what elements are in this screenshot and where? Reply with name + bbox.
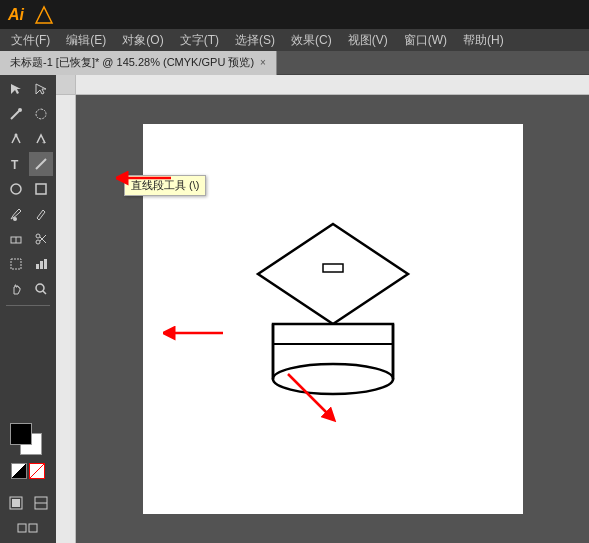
tool-row-eraser [0, 227, 56, 251]
tool-row-pen: + [0, 127, 56, 151]
menu-item-h[interactable]: 帮助(H) [456, 30, 511, 51]
tool-row-brush [0, 202, 56, 226]
zoom-tool[interactable] [29, 277, 53, 301]
extra-tool-3[interactable] [16, 516, 40, 540]
menu-item-e[interactable]: 编辑(E) [59, 30, 113, 51]
ruler-h-ticks [76, 75, 589, 95]
direct-selection-tool[interactable] [29, 77, 53, 101]
tab-close-button[interactable]: × [260, 57, 266, 68]
tool-row-magic [0, 102, 56, 126]
svg-point-13 [36, 234, 40, 238]
svg-text:T: T [11, 158, 19, 171]
line-segment-tool[interactable] [29, 152, 53, 176]
svg-point-2 [18, 108, 22, 112]
eraser-tool[interactable] [4, 227, 28, 251]
svg-point-3 [14, 134, 17, 137]
pencil-tool[interactable] [29, 202, 53, 226]
svg-point-9 [13, 217, 17, 221]
svg-line-6 [36, 159, 46, 169]
menu-item-s[interactable]: 选择(S) [228, 30, 282, 51]
add-anchor-tool[interactable]: + [29, 127, 53, 151]
color-icon-row [11, 463, 45, 479]
magic-wand-tool[interactable] [4, 102, 28, 126]
menu-item-o[interactable]: 对象(O) [115, 30, 170, 51]
tooltip-text: 直线段工具 (\) [131, 179, 199, 191]
svg-text:+: + [42, 139, 46, 146]
svg-point-7 [11, 184, 21, 194]
toolbar: + T [0, 75, 56, 543]
illustration-svg [233, 209, 433, 429]
selection-tool[interactable] [4, 77, 28, 101]
svg-rect-24 [12, 499, 20, 507]
ai-logo: Ai [8, 6, 24, 24]
menu-item-w[interactable]: 窗口(W) [397, 30, 454, 51]
color-boxes[interactable] [10, 423, 46, 459]
tool-row-select [0, 77, 56, 101]
svg-rect-19 [40, 261, 43, 269]
horizontal-ruler [76, 75, 589, 95]
rectangle-tool[interactable] [29, 177, 53, 201]
tab-bar: 未标题-1 [已恢复]* @ 145.28% (CMYK/GPU 预览) × [0, 51, 589, 75]
type-tool[interactable]: T [4, 152, 28, 176]
tool-row-extra2 [0, 516, 56, 540]
ruler-corner [56, 75, 76, 95]
main-layout: + T [0, 75, 589, 543]
vertical-ruler [56, 75, 76, 543]
svg-marker-30 [258, 224, 408, 324]
svg-marker-0 [36, 7, 52, 23]
svg-rect-20 [44, 259, 47, 269]
tool-row-type: T [0, 152, 56, 176]
tool-row-zoom [0, 277, 56, 301]
pen-tool[interactable] [4, 127, 28, 151]
tab-title: 未标题-1 [已恢复]* @ 145.28% (CMYK/GPU 预览) [10, 55, 254, 70]
document-tab[interactable]: 未标题-1 [已恢复]* @ 145.28% (CMYK/GPU 预览) × [0, 51, 277, 75]
arrow-canvas-left [163, 319, 228, 350]
hand-tool[interactable] [4, 277, 28, 301]
swap-colors-button[interactable] [11, 463, 27, 479]
svg-line-10 [43, 210, 45, 212]
extra-tool-2[interactable] [29, 491, 53, 515]
scissors-tool[interactable] [29, 227, 53, 251]
menu-item-v[interactable]: 视图(V) [341, 30, 395, 51]
svg-rect-8 [36, 184, 46, 194]
none-color-button[interactable] [29, 463, 45, 479]
svg-point-21 [36, 284, 44, 292]
tool-row-extra [0, 491, 56, 515]
svg-point-14 [36, 240, 40, 244]
paintbrush-tool[interactable] [4, 202, 28, 226]
tool-row-artboard [0, 252, 56, 276]
bar-chart-tool[interactable] [29, 252, 53, 276]
extra-tool-1[interactable] [4, 491, 28, 515]
menu-item-c[interactable]: 效果(C) [284, 30, 339, 51]
color-area [6, 419, 50, 483]
tool-row-shape [0, 177, 56, 201]
ai-icon-decorative [34, 5, 54, 25]
artboard-tool[interactable] [4, 252, 28, 276]
ellipse-tool[interactable] [4, 177, 28, 201]
menu-bar: 文件(F)编辑(E)对象(O)文字(T)选择(S)效果(C)视图(V)窗口(W)… [0, 29, 589, 51]
lasso-tool[interactable] [29, 102, 53, 126]
svg-rect-28 [29, 524, 37, 532]
svg-rect-31 [323, 264, 343, 272]
svg-rect-17 [11, 259, 21, 269]
menu-item-f[interactable]: 文件(F) [4, 30, 57, 51]
menu-item-t[interactable]: 文字(T) [173, 30, 226, 51]
tooltip: 直线段工具 (\) [124, 175, 206, 196]
canvas-area[interactable]: 直线段工具 (\) [56, 75, 589, 543]
svg-rect-18 [36, 264, 39, 269]
svg-line-1 [11, 111, 19, 119]
title-bar: Ai [0, 0, 589, 29]
svg-rect-27 [18, 524, 26, 532]
foreground-color-box[interactable] [10, 423, 32, 445]
svg-line-22 [43, 291, 46, 294]
svg-point-33 [273, 364, 393, 394]
toolbar-separator [6, 305, 50, 306]
